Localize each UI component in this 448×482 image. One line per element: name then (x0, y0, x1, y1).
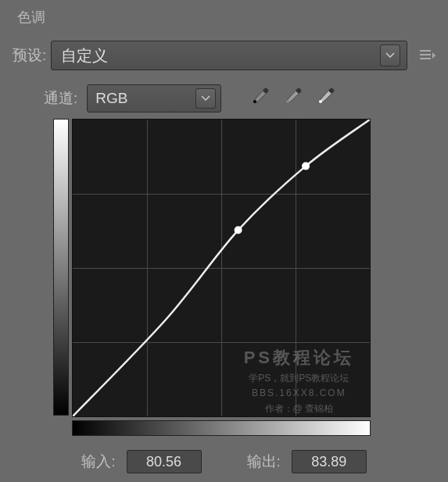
eyedropper-white-icon[interactable] (315, 87, 335, 110)
output-field[interactable] (292, 450, 367, 473)
channel-select[interactable]: RGB (87, 84, 221, 112)
preset-label: 预设: (13, 45, 46, 66)
output-label: 输出: (247, 452, 281, 472)
input-field[interactable] (127, 450, 202, 473)
eyedropper-gray-icon[interactable] (282, 87, 303, 110)
panel-title: 色调 (17, 8, 435, 27)
chevron-down-icon (380, 45, 400, 66)
input-gradient (72, 420, 371, 436)
input-label: 输入: (81, 452, 115, 472)
svg-point-4 (253, 100, 256, 103)
svg-point-6 (286, 100, 289, 103)
preset-select[interactable]: 自定义 (51, 41, 407, 70)
curve-editor[interactable] (72, 119, 371, 417)
panel-menu-icon[interactable] (420, 48, 435, 64)
channel-value: RGB (95, 90, 127, 107)
channel-label: 通道: (44, 88, 77, 109)
svg-point-8 (319, 100, 322, 103)
chevron-down-icon (195, 88, 216, 109)
svg-point-10 (302, 162, 310, 170)
preset-value: 自定义 (61, 45, 108, 66)
svg-point-9 (235, 227, 242, 234)
eyedropper-black-icon[interactable] (249, 87, 270, 110)
curve-path (73, 120, 370, 416)
output-gradient (53, 119, 69, 416)
